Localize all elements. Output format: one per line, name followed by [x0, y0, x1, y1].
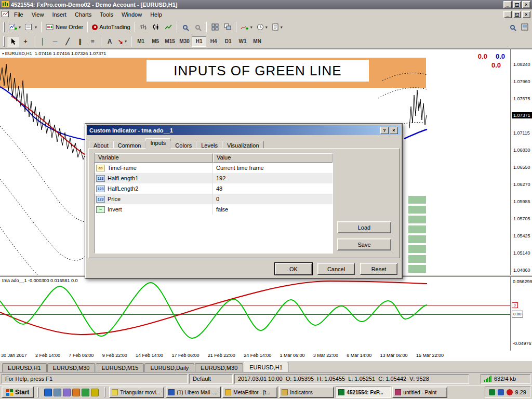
price-axis[interactable]: 1.08240 1.07960 1.07675 1.07371 1.07115 …	[510, 49, 532, 275]
candlestick-chart-button[interactable]	[150, 21, 162, 33]
trendline-button[interactable]: ╱	[61, 36, 74, 47]
param-value[interactable]: 48	[213, 185, 332, 192]
show-desktop-icon[interactable]	[54, 389, 61, 396]
reset-button[interactable]: Reset	[360, 263, 397, 275]
task-mt4-terminal[interactable]: 4521554: FxP...	[336, 387, 391, 398]
fullscreen-button[interactable]	[518, 21, 531, 33]
param-value[interactable]: 0	[213, 196, 332, 202]
dialog-help-button[interactable]: ?	[380, 127, 389, 134]
table-row[interactable]: 123HalfLength2 48	[95, 183, 332, 194]
status-profile[interactable]: Default	[189, 374, 233, 384]
column-header-value[interactable]: Value	[213, 153, 332, 163]
restore-button[interactable]: ◱	[513, 1, 521, 8]
table-row[interactable]: abTimeFrame Current time frame	[95, 163, 332, 173]
chart-tab-eurusd-m15[interactable]: EURUSD,M15	[96, 363, 144, 372]
table-row[interactable]: ~Invert false	[95, 204, 332, 215]
parameters-table[interactable]: Variable Value abTimeFrame Current time …	[94, 153, 333, 254]
time-axis[interactable]: 30 Jan 2017 2 Feb 14:00 7 Feb 06:00 9 Fe…	[1, 351, 444, 360]
outlook-icon[interactable]	[63, 389, 71, 396]
toolbar-drag-handle[interactable]	[3, 22, 5, 32]
arrows-button[interactable]: ↘▾	[116, 36, 129, 47]
zoom-in-button[interactable]	[179, 21, 192, 33]
table-row[interactable]: 123Price 0	[95, 194, 332, 204]
media-player-icon[interactable]	[72, 389, 80, 396]
periods-button[interactable]: ▾	[255, 21, 270, 33]
menu-insert[interactable]: Insert	[48, 10, 71, 19]
menu-view[interactable]: View	[28, 10, 48, 19]
chart-tab-eurusd-daily[interactable]: EURUSD,Daily	[144, 363, 194, 372]
save-button[interactable]: Save	[337, 238, 391, 250]
zoom-out-button[interactable]	[192, 21, 204, 33]
cursor-button[interactable]	[7, 36, 19, 47]
minimize-button[interactable]: _	[503, 1, 512, 8]
cancel-button[interactable]: Cancel	[317, 263, 355, 275]
menu-help[interactable]: Help	[146, 10, 166, 19]
new-order-button[interactable]: New Order	[44, 21, 85, 33]
tray-terminal-icon[interactable]	[489, 389, 495, 395]
messenger-icon[interactable]	[82, 389, 89, 396]
vertical-line-button[interactable]: │	[36, 36, 49, 47]
dialog-close-button[interactable]: ×	[390, 127, 398, 134]
timeframe-h1-button[interactable]: H1	[192, 36, 206, 47]
profiles-button[interactable]: ▾	[23, 21, 39, 33]
table-row[interactable]: 123HalfLength1 192	[95, 173, 332, 183]
child-restore-button[interactable]: ◱	[513, 11, 521, 18]
search-button[interactable]	[506, 21, 518, 33]
tray-network-icon[interactable]	[498, 389, 504, 395]
line-chart-button[interactable]	[162, 21, 175, 33]
timeframe-m15-button[interactable]: M15	[163, 36, 177, 47]
my-computer-icon[interactable]	[91, 389, 99, 396]
cascade-windows-button[interactable]	[221, 21, 234, 33]
channel-button[interactable]: ∥	[74, 36, 86, 47]
internet-explorer-icon[interactable]	[44, 389, 52, 396]
menu-window[interactable]: Window	[117, 10, 146, 19]
timeframe-mn-button[interactable]: MN	[250, 36, 264, 47]
task-paint[interactable]: untitled - Paint	[392, 387, 447, 398]
indicator-subwindow[interactable]: tma ado__1 -0.000300 0.015581 0.0	[0, 277, 510, 351]
templates-button[interactable]: ▾	[270, 21, 285, 33]
param-value[interactable]: false	[213, 206, 332, 212]
chart-tab-eurusd-m30-2[interactable]: EURUSD,M30	[195, 363, 243, 372]
load-button[interactable]: Load	[337, 221, 391, 233]
tile-windows-button[interactable]	[209, 21, 221, 33]
column-header-variable[interactable]: Variable	[95, 153, 213, 163]
chart-tab-eurusd-h1-active[interactable]: EURUSD,H1	[244, 362, 288, 372]
indicator-axis[interactable]: 0.056299 0 0.00 -0.049767	[510, 277, 532, 351]
timeframe-m5-button[interactable]: M5	[148, 36, 163, 47]
menu-tools[interactable]: Tools	[96, 10, 117, 19]
tab-inputs[interactable]: Inputs	[145, 138, 170, 149]
status-bar: For Help, press F1 Default 2017.03.01 10…	[0, 372, 532, 385]
timeframe-m30-button[interactable]: M30	[177, 36, 192, 47]
dialog-titlebar[interactable]: Custom Indicator - tma ado__1 ? ×	[87, 125, 401, 135]
start-button[interactable]: Start	[2, 387, 34, 398]
timeframe-w1-button[interactable]: W1	[235, 36, 250, 47]
param-value[interactable]: Current time frame	[213, 165, 332, 171]
menu-file[interactable]: File	[10, 10, 28, 19]
task-libero-mail[interactable]: (1) Libero Mail -...	[166, 387, 221, 398]
crosshair-button[interactable]: +	[19, 36, 32, 47]
chart-tab-eurusd-h1[interactable]: EURUSD,H1	[2, 363, 47, 372]
close-button[interactable]: ×	[522, 1, 530, 8]
indicators-button[interactable]: ▾	[238, 21, 255, 33]
autotrading-button[interactable]: AutoTrading	[90, 21, 132, 33]
text-label-button[interactable]: A	[103, 36, 116, 47]
fibonacci-button[interactable]: ≡	[86, 36, 99, 47]
task-indicators-folder[interactable]: Indicators	[279, 387, 334, 398]
taskbar-clock[interactable]: 9.29	[515, 389, 526, 395]
timeframe-h4-button[interactable]: H4	[206, 36, 221, 47]
child-close-button[interactable]: ×	[522, 11, 530, 18]
horizontal-line-button[interactable]: ─	[49, 36, 61, 47]
task-metaeditor[interactable]: MetaEditor - [t...	[222, 387, 277, 398]
bar-chart-button[interactable]	[137, 21, 150, 33]
task-triangular[interactable]: Triangular movi...	[109, 387, 164, 398]
timeframe-d1-button[interactable]: D1	[221, 36, 235, 47]
new-chart-button[interactable]: ▾	[7, 21, 23, 33]
menu-charts[interactable]: Charts	[71, 10, 96, 19]
child-minimize-button[interactable]: _	[503, 11, 512, 18]
tray-antivirus-icon[interactable]	[507, 389, 513, 395]
param-value[interactable]: 192	[213, 175, 332, 181]
timeframe-m1-button[interactable]: M1	[134, 36, 148, 47]
toolbar-drag-handle[interactable]	[3, 36, 5, 47]
chart-tab-eurusd-m30[interactable]: EURUSD,M30	[47, 363, 96, 372]
ok-button[interactable]: OK	[275, 263, 312, 275]
